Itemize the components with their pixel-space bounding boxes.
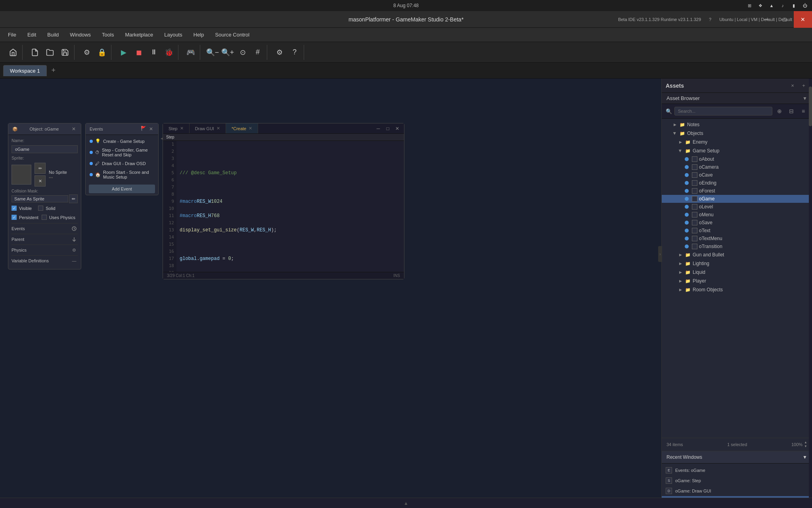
tree-item-game-setup[interactable]: ▶ 📁 Game Setup (662, 146, 812, 155)
close-tab-create-icon[interactable]: ✕ (249, 126, 252, 131)
tree-item-ocave[interactable]: oCave (662, 171, 812, 179)
editor-close-button[interactable]: ✕ (393, 124, 402, 133)
tree-item-ocamera[interactable]: oCamera (662, 163, 812, 171)
object-panel-header[interactable]: 📦 Object: oGame ✕ (8, 123, 81, 135)
tree-item-liquid[interactable]: ▶ 📁 Liquid (662, 268, 812, 277)
open-file-button[interactable] (43, 46, 57, 59)
persistent-checkbox[interactable] (11, 215, 17, 220)
menu-help[interactable]: Help (189, 30, 209, 39)
recent-item-ogame-draw-gui[interactable]: D oGame: Draw GUI (662, 486, 812, 496)
asset-browser-toggle-button[interactable]: ▼ (802, 96, 807, 101)
scrollbar-thumb[interactable] (809, 87, 812, 126)
uses-physics-checkbox[interactable] (42, 215, 47, 220)
editor-maximize-button[interactable]: □ (383, 124, 392, 133)
menu-edit[interactable]: Edit (23, 30, 41, 39)
zoom-out-button[interactable]: 🔍− (206, 46, 219, 59)
close-tab-step-icon[interactable]: ✕ (180, 126, 184, 131)
recent-item-ogame-step[interactable]: S oGame: Step (662, 475, 812, 486)
tree-item-enemy[interactable]: ▶ 📁 Enemy (662, 138, 812, 146)
tree-item-oabout[interactable]: oAbout (662, 155, 812, 163)
event-item-step[interactable]: ⏱ Step - Controller, Game Reset and Skip (87, 146, 157, 159)
help-button[interactable]: ? (288, 46, 301, 59)
maximize-button[interactable]: □ (776, 11, 794, 28)
save-button[interactable] (58, 46, 72, 59)
code-content[interactable]: /// @desc Game_Setup #macro RES_W 1024 #… (176, 141, 404, 272)
name-input[interactable]: oGame (11, 145, 78, 153)
collision-edit-button[interactable]: ✏ (69, 194, 78, 203)
add-event-button[interactable]: Add Event (89, 185, 155, 193)
tree-item-notes[interactable]: ▶ 📁 Notes (662, 120, 812, 129)
zoom-stepper[interactable]: ▲ ▼ (804, 441, 807, 448)
pause-button[interactable]: ⏸ (147, 46, 161, 59)
workspace-tab-1[interactable]: Workspace 1 (3, 65, 47, 76)
var-def-section-row[interactable]: Variable Definitions — (11, 255, 78, 266)
tree-item-oending[interactable]: oEnding (662, 179, 812, 187)
home-button[interactable] (6, 46, 20, 59)
events-section-row[interactable]: Events (11, 223, 78, 234)
assets-close-button[interactable]: × (788, 81, 797, 90)
gamepad-button[interactable]: 🎮 (184, 46, 197, 59)
preferences-button[interactable]: ⚙ (273, 46, 286, 59)
editor-tab-step[interactable]: Step ✕ (163, 123, 190, 133)
game-settings-button[interactable]: ⚙ (80, 46, 94, 59)
menu-tools[interactable]: Tools (97, 30, 119, 39)
stop-button[interactable]: ◼ (132, 46, 146, 59)
grid-button[interactable]: # (251, 46, 264, 59)
tree-item-lighting[interactable]: ▶ 📁 Lighting (662, 259, 812, 268)
add-asset-button[interactable]: ⊕ (775, 106, 784, 116)
tree-item-ogame[interactable]: oGame (662, 195, 812, 203)
right-scrollbar[interactable] (809, 79, 812, 508)
editor-tab-draw-gui[interactable]: Draw GUI ✕ (190, 123, 226, 133)
tree-item-otransition[interactable]: oTransition (662, 242, 812, 250)
sprite-edit-button[interactable]: ✏ (34, 163, 46, 174)
zoom-reset-button[interactable]: ⊙ (236, 46, 249, 59)
tree-item-omenu[interactable]: oMenu (662, 211, 812, 219)
debug-button[interactable]: 🐞 (162, 46, 176, 59)
parent-section-row[interactable]: Parent (11, 234, 78, 244)
minimize-button[interactable]: ─ (757, 11, 776, 28)
assets-add-button[interactable]: + (799, 81, 808, 90)
recent-item-events-ogame[interactable]: E Events: oGame (662, 465, 812, 475)
tree-item-otext[interactable]: oText (662, 227, 812, 235)
sprite-preview[interactable] (11, 165, 31, 185)
solid-checkbox[interactable] (38, 206, 43, 211)
zoom-in-button[interactable]: 🔍+ (221, 46, 234, 59)
recent-windows-header[interactable]: Recent Windows ▼ (662, 451, 812, 464)
events-panel-header[interactable]: Events 🚩 ✕ (86, 123, 158, 135)
menu-layouts[interactable]: Layouts (159, 30, 187, 39)
event-item-room-start[interactable]: 🏠 Room Start - Score and Music Setup (87, 168, 157, 181)
search-input[interactable] (674, 107, 772, 115)
menu-windows[interactable]: Windows (65, 30, 96, 39)
tree-item-objects[interactable]: ▶ 📁 Objects (662, 129, 812, 138)
filter-button[interactable]: ⊟ (787, 106, 796, 116)
collision-value[interactable]: Same As Sprite (11, 195, 68, 202)
tree-item-otextmenu[interactable]: oTextMenu (662, 235, 812, 242)
close-button[interactable]: ✕ (794, 11, 812, 28)
asset-tree[interactable]: ▶ 📁 Notes ▶ 📁 Objects ▶ 📁 Enemy ▶ 📁 Game… (662, 119, 812, 438)
editor-tab-create[interactable]: *Create ✕ (226, 123, 258, 133)
run-button[interactable]: ▶ (117, 46, 130, 59)
tree-item-player[interactable]: ▶ 📁 Player (662, 277, 812, 285)
editor-minimize-button[interactable]: ─ (374, 124, 383, 133)
close-tab-draw-icon[interactable]: ✕ (216, 126, 220, 131)
tree-item-osave[interactable]: oSave (662, 219, 812, 227)
more-options-button[interactable]: ≡ (799, 106, 808, 116)
tree-item-oforest[interactable]: oForest (662, 187, 812, 195)
event-item-create[interactable]: 💡 Create - Game Setup (87, 137, 157, 146)
window-controls[interactable]: ─ □ ✕ (757, 11, 812, 28)
tree-item-gun-and-bullet[interactable]: ▶ 📁 Gun and Bullet (662, 250, 812, 259)
panel-collapse-handle[interactable]: › (658, 246, 662, 262)
object-panel-close-button[interactable]: ✕ (71, 126, 77, 132)
menu-marketplace[interactable]: Marketplace (120, 30, 158, 39)
lock-button[interactable]: 🔒 (95, 46, 109, 59)
visible-checkbox[interactable] (11, 206, 17, 211)
menu-source-control[interactable]: Source Control (211, 30, 255, 39)
new-file-button[interactable] (28, 46, 42, 59)
tree-item-room-objects[interactable]: ▶ 📁 Room Objects (662, 285, 812, 294)
events-panel-close-button[interactable]: ✕ (148, 126, 154, 132)
sprite-clear-button[interactable]: ✕ (34, 175, 46, 187)
physics-section-row[interactable]: Physics ⚙ (11, 244, 78, 255)
tree-item-olevel[interactable]: oLevel (662, 203, 812, 211)
event-item-draw-gui[interactable]: 🖊 Draw GUI - Draw OSD (87, 159, 157, 168)
menu-build[interactable]: Build (42, 30, 63, 39)
